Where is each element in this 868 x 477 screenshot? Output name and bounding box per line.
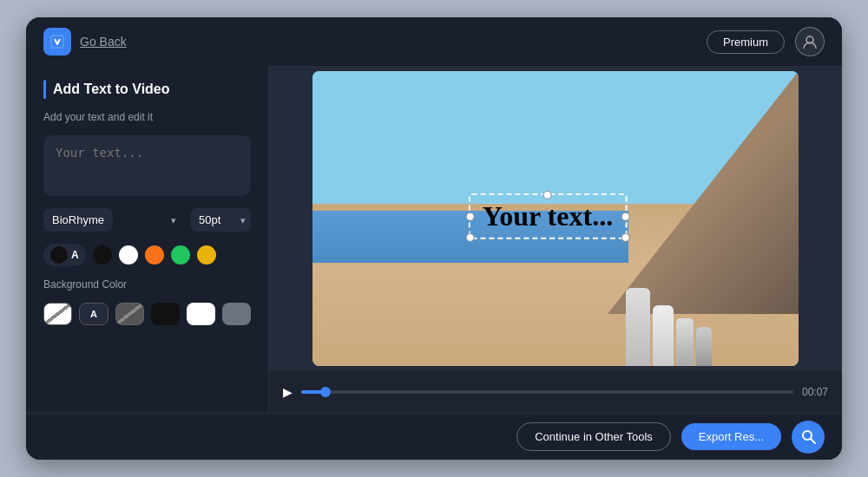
people-group [626,288,712,366]
mountain-element [608,71,799,314]
footer: Continue in Other Tools Export Res... [26,413,842,460]
bg-white-swatch[interactable] [187,303,215,325]
toggle-dot [50,246,68,264]
handle-mid-left[interactable] [466,212,475,220]
go-back-link[interactable]: Go Back [80,35,127,49]
bg-color-row: A [43,303,251,325]
svg-line-4 [811,439,815,443]
size-select-wrapper: 50pt 12pt 24pt 36pt 72pt [190,208,251,232]
bg-transparent-swatch[interactable] [43,303,72,325]
person-2 [653,305,674,366]
video-controls: ▶ 00:07 [269,371,842,413]
sidebar-subtitle: Add your text and edit it [43,111,251,123]
size-select[interactable]: 50pt 12pt 24pt 36pt 72pt [190,208,251,232]
video-area: Your text... [269,66,842,371]
main-content: Add Text to Video Add your text and edit… [26,66,842,413]
font-select-wrapper: BioRhyme Arial Georgia [43,208,183,232]
text-selection-box: Your text... [469,193,628,239]
header-right: Premium [707,27,825,56]
sidebar-title: Add Text to Video [53,82,170,97]
color-green[interactable] [171,245,190,265]
bg-a-swatch[interactable]: A [79,303,108,325]
bg-striped-swatch[interactable] [115,303,144,325]
text-input[interactable] [43,135,251,196]
text-color-row: A [43,244,251,266]
color-yellow[interactable] [197,245,216,265]
continue-button[interactable]: Continue in Other Tools [516,422,671,451]
right-panel: Your text... ▶ 00:07 [269,66,842,413]
video-frame: Your text... [312,71,799,366]
text-color-toggle[interactable]: A [43,244,86,266]
font-row: BioRhyme Arial Georgia 50pt 12pt 24pt 36… [43,208,251,232]
handle-bottom-left[interactable] [466,233,475,242]
overlay-text: Your text... [483,200,614,232]
sidebar-title-wrapper: Add Text to Video [43,80,251,99]
color-orange[interactable] [145,245,164,265]
sidebar-accent-bar [43,80,46,99]
app-logo [43,28,71,56]
bg-black-swatch[interactable] [151,303,180,325]
sidebar: Add Text to Video Add your text and edit… [26,66,269,413]
toggle-a-label: A [71,249,79,261]
handle-bottom-right[interactable] [621,233,629,242]
avatar-button[interactable] [795,27,825,56]
color-white[interactable] [119,245,138,265]
svg-rect-1 [52,36,62,47]
handle-top-center[interactable] [543,191,552,199]
person-3 [676,318,694,366]
bg-color-label: Background Color [43,278,251,291]
video-text-overlay[interactable]: Your text... [469,193,628,239]
progress-bar[interactable] [301,390,793,394]
time-display: 00:07 [802,386,828,398]
play-button[interactable]: ▶ [283,385,293,399]
color-black[interactable] [93,245,112,265]
bg-gray-swatch[interactable] [222,303,251,325]
premium-button[interactable]: Premium [707,30,785,54]
person-4 [696,327,712,366]
progress-thumb[interactable] [320,387,331,397]
handle-mid-right[interactable] [621,212,629,220]
header-left: Go Back [43,28,127,56]
app-window: Go Back Premium Add Text to Video Add yo… [26,17,842,460]
search-fab-button[interactable] [792,421,825,454]
export-button[interactable]: Export Res... [681,423,781,450]
person-1 [626,288,650,366]
header: Go Back Premium [26,17,842,66]
font-select[interactable]: BioRhyme Arial Georgia [43,208,113,232]
